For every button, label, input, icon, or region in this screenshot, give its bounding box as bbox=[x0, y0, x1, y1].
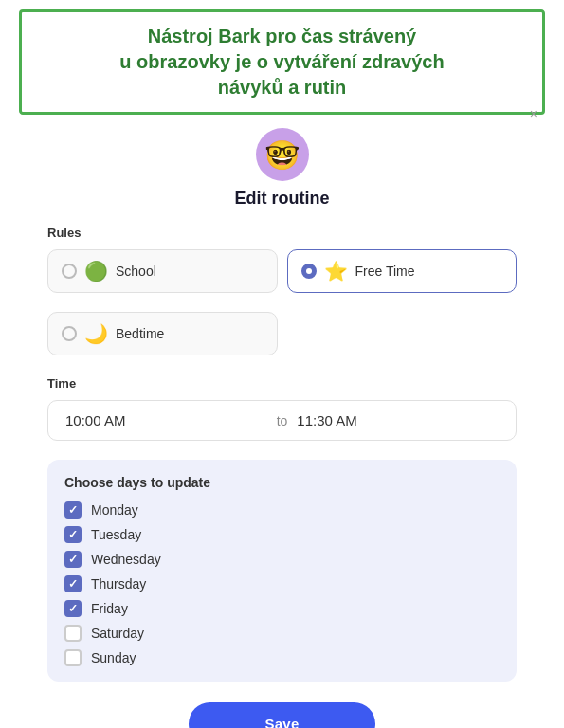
close-button[interactable]: × bbox=[530, 106, 537, 121]
avatar-section: 🤓 Edit routine bbox=[0, 128, 564, 209]
checkbox-wednesday[interactable]: ✓ bbox=[64, 551, 82, 568]
day-label-thursday: Thursday bbox=[91, 576, 146, 592]
checkbox-monday[interactable]: ✓ bbox=[64, 501, 82, 519]
day-row-friday: ✓Friday bbox=[64, 600, 500, 617]
day-label-tuesday: Tuesday bbox=[91, 527, 141, 542]
checkbox-thursday[interactable]: ✓ bbox=[64, 575, 82, 592]
days-section: Choose days to update ✓Monday✓Tuesday✓We… bbox=[47, 460, 517, 682]
time-section: Time 10:00 AM to 11:30 AM bbox=[47, 376, 517, 441]
day-label-monday: Monday bbox=[91, 502, 138, 518]
day-label-saturday: Saturday bbox=[91, 626, 144, 641]
checkbox-saturday[interactable] bbox=[64, 625, 82, 642]
bedtime-icon: 🌙 bbox=[84, 322, 108, 345]
time-label: Time bbox=[47, 376, 517, 391]
days-title: Choose days to update bbox=[64, 475, 500, 490]
radio-school bbox=[62, 264, 77, 279]
avatar: 🤓 bbox=[256, 128, 309, 181]
free-time-icon: ⭐ bbox=[324, 260, 348, 282]
day-row-saturday: Saturday bbox=[64, 625, 500, 642]
time-box[interactable]: 10:00 AM to 11:30 AM bbox=[47, 400, 517, 441]
radio-bedtime bbox=[62, 326, 77, 341]
day-row-monday: ✓Monday bbox=[64, 501, 500, 519]
save-button[interactable]: Save bbox=[189, 702, 374, 728]
day-row-tuesday: ✓Tuesday bbox=[64, 526, 500, 543]
day-row-thursday: ✓Thursday bbox=[64, 575, 500, 592]
days-list: ✓Monday✓Tuesday✓Wednesday✓Thursday✓Frida… bbox=[64, 501, 500, 666]
radio-free-time bbox=[301, 264, 317, 279]
main-card: Rules 🟢 School ⭐ Free Time 🌙 Bedtime Tim… bbox=[47, 226, 517, 728]
day-row-sunday: Sunday bbox=[64, 649, 500, 666]
save-section: Save bbox=[47, 702, 517, 728]
rules-label: Rules bbox=[47, 226, 517, 240]
school-icon: 🟢 bbox=[84, 260, 108, 282]
day-label-sunday: Sunday bbox=[91, 650, 136, 665]
time-from: 10:00 AM bbox=[65, 412, 267, 428]
rule-option-free-time[interactable]: ⭐ Free Time bbox=[287, 249, 518, 293]
school-label: School bbox=[116, 264, 156, 279]
day-label-friday: Friday bbox=[91, 601, 128, 616]
time-separator: to bbox=[277, 413, 288, 428]
rule-option-bedtime[interactable]: 🌙 Bedtime bbox=[47, 312, 278, 355]
time-until: 11:30 AM bbox=[297, 412, 499, 428]
page-title: Edit routine bbox=[235, 189, 330, 209]
banner: Nástroj Bark pro čas strávený u obrazovk… bbox=[19, 9, 545, 115]
rule-option-school[interactable]: 🟢 School bbox=[47, 249, 278, 293]
day-label-wednesday: Wednesday bbox=[91, 552, 161, 567]
checkbox-sunday[interactable] bbox=[64, 649, 82, 666]
bedtime-label: Bedtime bbox=[116, 326, 164, 341]
checkbox-friday[interactable]: ✓ bbox=[64, 600, 82, 617]
checkbox-tuesday[interactable]: ✓ bbox=[64, 526, 82, 543]
banner-text: Nástroj Bark pro čas strávený u obrazovk… bbox=[37, 24, 527, 100]
day-row-wednesday: ✓Wednesday bbox=[64, 551, 500, 568]
rules-grid: 🟢 School ⭐ Free Time 🌙 Bedtime bbox=[47, 249, 517, 355]
free-time-label: Free Time bbox=[355, 264, 415, 279]
